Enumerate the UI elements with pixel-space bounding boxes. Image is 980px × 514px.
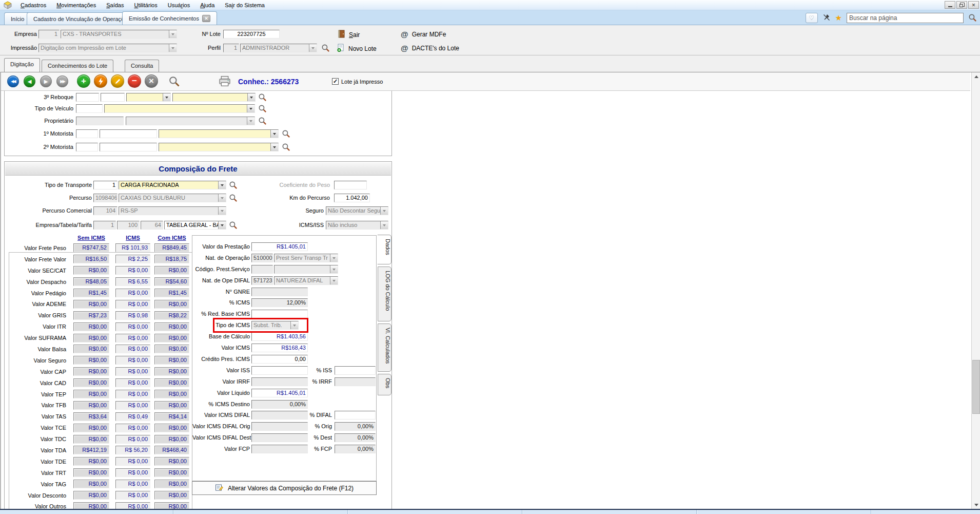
pct-difal-label: % DIFAL: [285, 411, 332, 420]
side-tab-vl-calculados[interactable]: Vl. Calculados: [378, 323, 391, 372]
pct-icms-field: 12,00%: [251, 298, 308, 307]
motorista1-doc-field[interactable]: [100, 129, 157, 138]
valor-liquido-label: Valor Líquido: [192, 389, 250, 397]
side-tab-dados[interactable]: Dados: [377, 235, 391, 264]
freight-com-icms-value: R$0,00: [154, 480, 189, 488]
menu-item[interactable]: Movimentações: [51, 1, 101, 9]
freight-icms-value: R$ 0,00: [115, 435, 150, 444]
cancel-record-icon[interactable]: ×: [145, 74, 158, 88]
reboque3-plate-field[interactable]: [101, 93, 125, 102]
motorista2-doc-field[interactable]: [100, 143, 157, 151]
edit-record-icon[interactable]: [111, 74, 124, 88]
menu-item[interactable]: Ajuda: [195, 1, 220, 9]
previous-record-icon[interactable]: ◀: [24, 75, 35, 87]
scroll-up-icon[interactable]: [972, 72, 980, 81]
menu-item[interactable]: Cadastros: [15, 1, 51, 9]
credito-pres-icms-field[interactable]: 0,00: [251, 355, 308, 364]
tarifa-code-field: 64: [141, 221, 163, 230]
valor-liquido-field[interactable]: R$1.405,01: [251, 389, 308, 397]
reboque3-dropdown[interactable]: [172, 93, 256, 102]
codigo-prest-dropdown: [274, 265, 338, 274]
freight-com-icms-value: R$54,60: [154, 277, 189, 286]
motorista2-dropdown[interactable]: [159, 143, 279, 151]
freight-sem-icms-value: R$0,00: [73, 378, 109, 387]
subtab-digitacao[interactable]: Digitação: [4, 58, 40, 72]
valor-icms-field[interactable]: R$168,43: [251, 344, 308, 352]
minimize-button[interactable]: [945, 1, 955, 9]
print-icon[interactable]: [219, 75, 231, 88]
scroll-down-icon[interactable]: [972, 501, 980, 509]
add-record-icon[interactable]: +: [77, 74, 90, 88]
motorista1-code-field[interactable]: [76, 129, 98, 138]
restore-button[interactable]: [956, 1, 967, 9]
freight-sem-icms-value: R$0,00: [73, 424, 109, 432]
menu-item[interactable]: Sair do Sistema: [220, 1, 270, 9]
coeficiente-peso-field[interactable]: [334, 181, 367, 189]
side-tab-log-calculo[interactable]: LOG do Cálculo: [378, 266, 391, 321]
percurso-search-icon[interactable]: [229, 194, 238, 202]
remove-record-icon[interactable]: −: [128, 74, 141, 88]
km-percurso-field[interactable]: 1.042,00: [334, 194, 370, 202]
freight-icms-value: R$ 0,49: [115, 412, 150, 421]
search-input[interactable]: [847, 13, 964, 23]
subtab-consulta[interactable]: Consulta: [125, 60, 159, 72]
menu-item[interactable]: Utilitários: [129, 1, 162, 9]
lote-impresso-label: Lote já Impresso: [341, 79, 383, 85]
base-calculo-field[interactable]: R$1.403,56: [251, 332, 308, 341]
percurso-dropdown: CAXIAS DO SUL/BAURU: [119, 194, 226, 202]
pct-difal-field[interactable]: [335, 411, 376, 420]
reboque3-type-dropdown[interactable]: [126, 93, 171, 102]
motorista2-search-icon[interactable]: [282, 143, 290, 151]
tipo-veiculo-code-field[interactable]: [76, 104, 103, 113]
motorista2-code-field[interactable]: [76, 143, 98, 151]
vertical-scrollbar[interactable]: [971, 72, 980, 509]
tabela-search-icon[interactable]: [229, 221, 238, 230]
process-record-icon[interactable]: [94, 74, 107, 88]
search-record-icon[interactable]: [168, 75, 180, 88]
window-controls: ✕: [945, 1, 979, 9]
freight-icms-value: R$ 0,00: [115, 468, 150, 477]
tipo-transporte-code-field[interactable]: 1: [93, 181, 117, 189]
dactes-lote-button[interactable]: @DACTE's do Lote: [401, 44, 459, 52]
tipo-veiculo-search-icon[interactable]: [258, 104, 267, 113]
perfil-search-icon[interactable]: [321, 44, 330, 52]
subtab-conhecimentos-lote[interactable]: Conhecimentos do Lote: [42, 60, 113, 72]
impressao-dropdown: Digitação com Impressão em Lote: [38, 44, 177, 52]
favorites-heart-icon[interactable]: ♡: [806, 13, 818, 23]
proprietario-search-icon[interactable]: [258, 117, 267, 125]
tipo-transporte-dropdown[interactable]: CARGA FRACIONADA: [119, 181, 226, 189]
freight-row: Valor TFB R$0,00 R$ 0,00 R$0,00: [5, 399, 195, 411]
pin-disabled-icon[interactable]: [822, 13, 831, 23]
valor-prestacao-field[interactable]: R$1.405,01: [251, 242, 308, 251]
side-tab-obs[interactable]: Obs: [378, 374, 391, 395]
tab-cadastro-vinculacao[interactable]: Cadastro de Vinculação de Operações: [27, 12, 137, 25]
pct-iss-field[interactable]: [335, 366, 376, 375]
favorites-star-icon[interactable]: ★: [835, 13, 842, 23]
chevron-down-icon: [309, 44, 317, 52]
tabela-dropdown[interactable]: TABELA GERAL - BASE TESTE: [164, 221, 226, 230]
sair-button[interactable]: Sair: [338, 30, 360, 40]
alterar-valores-button[interactable]: Alterar Valores da Composição do Frete (…: [192, 481, 377, 495]
motorista1-search-icon[interactable]: [282, 129, 290, 138]
last-record-icon[interactable]: ▶▶: [56, 75, 68, 87]
lote-impresso-checkbox[interactable]: ✓: [332, 78, 339, 85]
freight-com-icms-value: R$4,14: [154, 412, 189, 421]
next-record-icon[interactable]: ▶: [40, 75, 52, 87]
reboque3-code-field[interactable]: [76, 93, 99, 102]
motorista1-dropdown[interactable]: [159, 129, 279, 138]
scrollbar-thumb[interactable]: [972, 360, 980, 414]
tab-close-icon[interactable]: ✕: [202, 15, 210, 22]
first-record-icon[interactable]: ◀◀: [7, 75, 19, 87]
tipo-transporte-search-icon[interactable]: [229, 181, 238, 189]
close-button[interactable]: ✕: [968, 1, 979, 9]
search-icon[interactable]: [968, 13, 977, 23]
red-base-icms-field[interactable]: [251, 310, 308, 318]
reboque3-search-icon[interactable]: [258, 93, 267, 102]
lote-field[interactable]: 223207725: [223, 30, 280, 39]
menu-item[interactable]: Usuários: [163, 1, 195, 9]
menu-item[interactable]: Saídas: [101, 1, 129, 9]
tab-emissao-conhecimentos[interactable]: Emissão de Conhecimentos ✕: [122, 11, 217, 25]
novo-lote-button[interactable]: Novo Lote: [337, 44, 377, 53]
gerar-mdfe-button[interactable]: @Gerar MDFe: [401, 30, 446, 39]
tipo-veiculo-dropdown[interactable]: [104, 104, 255, 113]
